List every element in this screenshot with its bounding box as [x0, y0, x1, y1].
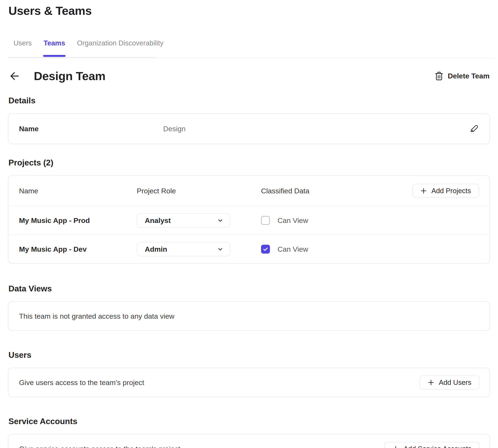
details-heading: Details	[8, 96, 498, 105]
column-header-project-role: Project Role	[137, 187, 261, 195]
table-row: My Music App - Dev Admin Can	[8, 235, 490, 263]
tab-bar: Users Teams Organization Discoverability	[0, 39, 498, 58]
project-name: My Music App - Dev	[19, 245, 137, 253]
team-title: Design Team	[34, 69, 105, 83]
name-label: Name	[19, 125, 163, 133]
add-service-accounts-label: Add Service Accounts	[403, 445, 471, 448]
tab-teams[interactable]: Teams	[44, 39, 65, 57]
projects-table: Name Project Role Classified Data Add Pr…	[8, 176, 490, 264]
project-role-value: Analyst	[145, 216, 217, 225]
projects-table-header: Name Project Role Classified Data Add Pr…	[8, 176, 490, 206]
users-card: Give users access to the team's project …	[8, 368, 490, 397]
can-view-checkbox[interactable]	[261, 216, 270, 225]
service-accounts-card: Give service accounts access to the team…	[8, 434, 490, 448]
table-row: My Music App - Prod Analyst C	[8, 206, 490, 235]
pencil-icon	[469, 124, 479, 133]
users-teams-page: Users & Teams Users Teams Organization D…	[0, 4, 498, 448]
add-projects-label: Add Projects	[432, 187, 471, 195]
plus-icon	[420, 188, 427, 194]
plus-icon	[428, 379, 434, 386]
project-role-value: Admin	[145, 245, 217, 253]
can-view-label: Can View	[277, 216, 308, 225]
column-header-classified-data: Classified Data	[261, 187, 412, 195]
details-card: Name Design	[8, 113, 490, 144]
data-views-card: This team is not granted access to any d…	[8, 301, 490, 331]
project-role-select[interactable]: Analyst	[137, 213, 230, 228]
delete-team-button[interactable]: Delete Team	[434, 71, 490, 81]
check-icon	[262, 246, 268, 252]
data-views-empty-text: This team is not granted access to any d…	[19, 312, 174, 320]
back-button[interactable]	[8, 70, 22, 82]
service-accounts-heading: Service Accounts	[8, 417, 498, 426]
add-service-accounts-button[interactable]: Add Service Accounts	[385, 442, 479, 448]
name-value: Design	[163, 125, 469, 133]
delete-team-label: Delete Team	[448, 72, 490, 80]
chevron-down-icon	[217, 246, 224, 252]
service-accounts-description: Give service accounts access to the team…	[19, 445, 385, 448]
column-header-name: Name	[19, 187, 137, 195]
add-projects-button[interactable]: Add Projects	[412, 184, 479, 198]
chevron-down-icon	[217, 217, 224, 224]
page-title: Users & Teams	[8, 4, 498, 17]
trash-icon	[434, 71, 443, 81]
arrow-left-icon	[8, 71, 19, 81]
users-heading: Users	[8, 350, 498, 360]
project-role-select[interactable]: Admin	[137, 242, 230, 256]
data-views-heading: Data Views	[8, 284, 498, 293]
can-view-checkbox[interactable]	[261, 245, 270, 254]
projects-heading: Projects (2)	[8, 158, 498, 167]
tab-organization-discoverability[interactable]: Organization Discoverability	[77, 39, 163, 57]
project-name: My Music App - Prod	[19, 216, 137, 225]
plus-icon	[393, 446, 399, 448]
team-header: Design Team Delete Team	[8, 69, 490, 83]
add-users-label: Add Users	[439, 379, 471, 386]
can-view-label: Can View	[277, 245, 308, 253]
edit-name-button[interactable]	[469, 124, 479, 134]
users-description: Give users access to the team's project	[19, 379, 420, 387]
tab-bar-border	[8, 57, 156, 58]
tab-users[interactable]: Users	[14, 39, 32, 57]
add-users-button[interactable]: Add Users	[420, 376, 479, 389]
